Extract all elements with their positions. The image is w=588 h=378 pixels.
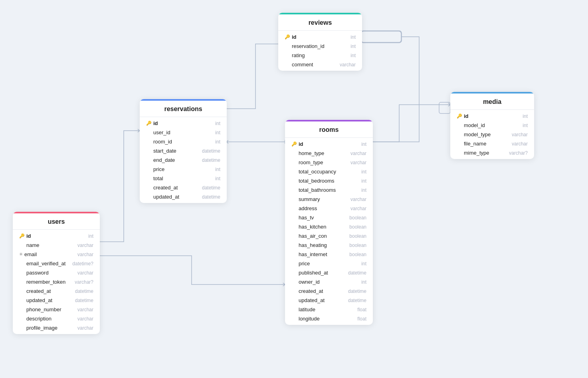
- field-name: profile_image: [19, 325, 69, 331]
- field-name: has_tv: [291, 215, 343, 221]
- field-type: int: [504, 123, 528, 128]
- field-type: varchar: [343, 160, 366, 165]
- field-type: int: [196, 121, 220, 126]
- field-name: room_type: [291, 159, 343, 165]
- field-name: password: [19, 270, 69, 276]
- table-row: room_id int: [140, 137, 227, 146]
- field-type: datetime?: [69, 261, 93, 267]
- field-name: latitude: [291, 306, 343, 312]
- pk-icon: 🔑: [19, 233, 25, 239]
- field-name: address: [291, 205, 343, 211]
- table-row: summary varchar: [285, 195, 373, 204]
- field-name: email_verified_at: [19, 261, 69, 267]
- field-name: has_kitchen: [291, 224, 343, 230]
- table-row: 🔑 id int: [285, 139, 373, 149]
- unique-icon: ✳: [19, 252, 23, 257]
- table-row: has_tv boolean: [285, 213, 373, 222]
- table-row: owner_id int: [285, 277, 373, 286]
- field-type: int: [343, 187, 366, 193]
- field-name: rating: [285, 52, 332, 58]
- pk-icon: 🔑: [291, 141, 297, 147]
- field-type: varchar: [343, 197, 366, 202]
- table-row: mime_type varchar?: [450, 148, 534, 157]
- table-reservations-header: reservations: [140, 99, 227, 117]
- table-reservations-body: 🔑 id int user_id int room_id int start_d…: [140, 117, 227, 203]
- table-row: has_heating boolean: [285, 241, 373, 250]
- field-name: end_date: [146, 157, 196, 163]
- field-name: total_occupancy: [291, 169, 343, 175]
- table-rooms-body: 🔑 id int home_type varchar room_type var…: [285, 138, 373, 325]
- table-row: remember_token varchar?: [13, 277, 100, 286]
- field-type: datetime: [196, 157, 220, 163]
- field-name: updated_at: [19, 297, 69, 303]
- field-type: int: [196, 167, 220, 172]
- field-type: int: [343, 178, 366, 184]
- table-row: rating int: [278, 51, 362, 60]
- field-type: float: [343, 316, 366, 322]
- field-name: has_internet: [291, 251, 343, 257]
- table-row: price int: [140, 165, 227, 174]
- field-name: comment: [285, 62, 332, 68]
- field-type: varchar: [69, 252, 93, 257]
- field-name: id: [292, 34, 332, 40]
- table-row: updated_at datetime: [285, 296, 373, 305]
- field-type: int: [332, 34, 356, 40]
- field-type: varchar: [504, 132, 528, 137]
- table-row: home_type varchar: [285, 149, 373, 158]
- table-users-body: 🔑 id int name varchar ✳ email varchar em…: [13, 230, 100, 334]
- field-type: int: [69, 233, 93, 239]
- svg-rect-0: [361, 31, 401, 42]
- table-media: media 🔑 id int model_id int model_type v…: [450, 92, 534, 159]
- svg-rect-4: [361, 31, 402, 43]
- table-row: has_air_con boolean: [285, 231, 373, 241]
- table-row: 🔑 id int: [278, 32, 362, 42]
- field-type: datetime: [343, 288, 366, 294]
- table-users: users 🔑 id int name varchar ✳ email varc…: [13, 212, 100, 334]
- table-row: total_bathrooms int: [285, 185, 373, 195]
- field-name: room_id: [146, 139, 196, 145]
- table-rooms: rooms 🔑 id int home_type varchar room_ty…: [285, 120, 373, 325]
- field-name: has_air_con: [291, 233, 343, 239]
- table-row: description varchar: [13, 314, 100, 323]
- field-name: updated_at: [146, 194, 196, 200]
- table-row: end_date datetime: [140, 155, 227, 165]
- field-type: boolean: [343, 215, 366, 221]
- field-type: varchar?: [504, 150, 528, 156]
- table-row: start_date datetime: [140, 146, 227, 155]
- pk-icon: 🔑: [285, 34, 290, 40]
- field-type: varchar: [343, 151, 366, 156]
- field-name: id: [26, 233, 69, 239]
- field-name: id: [464, 113, 504, 119]
- field-type: int: [343, 169, 366, 175]
- table-row: price int: [285, 259, 373, 268]
- field-name: price: [291, 261, 343, 267]
- field-name: model_id: [457, 122, 504, 128]
- field-type: varchar: [332, 62, 356, 68]
- field-type: varchar: [69, 307, 93, 312]
- field-type: boolean: [343, 224, 366, 230]
- field-name: email: [24, 251, 69, 257]
- field-name: reservation_id: [285, 43, 332, 49]
- field-type: varchar: [69, 316, 93, 322]
- table-row: comment varchar: [278, 60, 362, 69]
- field-name: home_type: [291, 150, 343, 156]
- table-row: updated_at datetime: [13, 296, 100, 305]
- field-type: datetime: [343, 270, 366, 276]
- table-reviews: reviews 🔑 id int reservation_id int rati…: [278, 13, 362, 71]
- table-row: has_internet boolean: [285, 250, 373, 259]
- field-type: varchar: [69, 243, 93, 248]
- field-name: price: [146, 166, 196, 172]
- table-row: updated_at datetime: [140, 192, 227, 201]
- table-row: total int: [140, 174, 227, 183]
- table-row: password varchar: [13, 268, 100, 277]
- field-type: int: [196, 176, 220, 181]
- field-name: total_bathrooms: [291, 187, 343, 193]
- pk-icon: 🔑: [146, 121, 152, 126]
- field-type: varchar: [504, 141, 528, 147]
- canvas: reviews 🔑 id int reservation_id int rati…: [0, 0, 588, 378]
- field-type: int: [196, 130, 220, 135]
- table-row: created_at datetime: [285, 286, 373, 296]
- field-type: boolean: [343, 233, 366, 239]
- table-row: latitude float: [285, 305, 373, 314]
- field-name: summary: [291, 196, 343, 202]
